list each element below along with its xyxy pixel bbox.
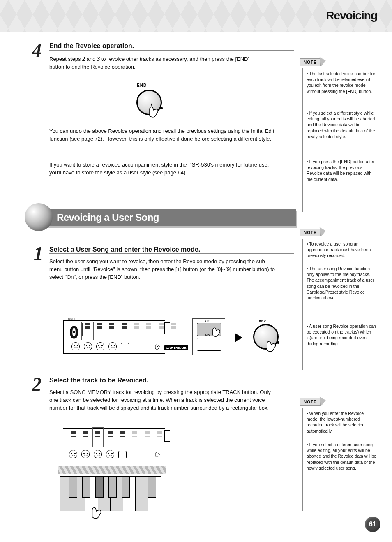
section-bar: Revoicing a User Song — [35, 209, 296, 226]
step4-title: End the Revoice operation. — [49, 42, 134, 50]
arrow-right-icon — [235, 333, 242, 342]
note3-line-2: • If you select a different user song wh… — [307, 442, 376, 471]
track-level-8 — [157, 431, 162, 437]
step4-vertical-rule — [43, 59, 43, 199]
us1-body: Select the user song you want to revoice… — [49, 258, 279, 281]
header-band: Revoicing — [0, 0, 392, 32]
lcd-selection-bracket — [92, 427, 104, 447]
face-icon — [94, 450, 102, 458]
section-title: Revoicing a User Song — [57, 212, 159, 223]
us2-body: Select a SONG MEMORY track for revoicing… — [49, 389, 279, 412]
note2-vertical-rule — [302, 239, 303, 370]
step4-after-paragraph-2: If you want to store a revoiced accompan… — [49, 161, 279, 177]
note-tag-1: NOTE — [300, 58, 328, 67]
white-key — [135, 476, 148, 511]
note-flap-icon — [320, 227, 326, 237]
note2-line-1: • To revoice a user song an appropriate … — [307, 241, 376, 259]
us1-rule — [49, 253, 294, 254]
step-number-2: 2 — [32, 373, 42, 395]
step4-body-prefix: Repeat steps — [49, 56, 82, 62]
track-level-3 — [109, 323, 114, 329]
step4-after-paragraph-1: You can undo the above Revoice operation… — [49, 127, 279, 143]
face-icon — [71, 342, 80, 350]
cartridge-badge: CARTRIDGE — [164, 345, 188, 350]
note-tab-label: NOTE — [304, 230, 317, 235]
rocker-yes-label: YES + — [205, 320, 213, 322]
face-icon — [84, 342, 92, 350]
note2-line-3: • A user song Revoice operation can be e… — [307, 323, 376, 347]
section-heading: Revoicing a User Song — [25, 205, 296, 229]
no-minus-button — [197, 338, 221, 351]
us1-title: Select a User Song and enter the Revoice… — [49, 246, 200, 253]
face-icon — [106, 450, 114, 458]
note1-vertical-rule — [302, 68, 303, 212]
lcd-track-levels — [71, 431, 162, 437]
yes-no-rocker: YES + NO – — [192, 318, 225, 355]
section-circle-ornament — [25, 203, 53, 231]
us1-vertical-rule — [43, 262, 43, 365]
page-number-badge: 61 — [365, 517, 380, 532]
us2-title: Select the track to be Revoiced. — [49, 377, 148, 384]
score-edge-icon — [164, 322, 170, 334]
note-tab-label: NOTE — [304, 60, 317, 65]
score-edge-icon — [164, 430, 170, 442]
hand-icon — [154, 342, 161, 350]
face-icon — [96, 342, 104, 350]
us2-rule — [49, 384, 294, 384]
lcd-track-levels — [85, 323, 176, 329]
track-level-6 — [132, 431, 137, 437]
end-button-illustration — [136, 90, 162, 115]
face-icon — [81, 450, 90, 458]
face-icon — [108, 342, 117, 350]
pointing-finger-icon — [264, 336, 280, 353]
note1-line-1: • The last selected voice number for eac… — [307, 71, 376, 94]
lcd-user-label: USER — [68, 317, 77, 320]
step4-rule — [49, 50, 294, 51]
black-key — [69, 476, 77, 498]
manual-page: Revoicing 4 End the Revoice operation. R… — [0, 0, 392, 542]
keyboard-ridges — [58, 466, 166, 474]
note-flap-icon — [320, 56, 326, 67]
step4-body-and: and — [85, 56, 97, 62]
us2-vertical-rule — [43, 393, 43, 512]
note-flap-icon — [320, 396, 326, 406]
step-number-4: 4 — [32, 39, 42, 61]
end-label-2: END — [259, 319, 266, 322]
track-level-7 — [159, 323, 164, 329]
lcd-icon-row — [69, 450, 127, 458]
drum-icon — [118, 451, 127, 458]
note1-line-2: • If you select a different style while … — [307, 110, 376, 139]
page-number: 61 — [369, 521, 376, 528]
note-tag-2: NOTE — [300, 229, 328, 237]
content-area: 4 End the Revoice operation. Repeat step… — [0, 32, 392, 542]
black-key — [122, 476, 130, 498]
note-tab: NOTE — [300, 398, 321, 406]
lcd-selection-bracket — [81, 322, 94, 340]
track-level-1 — [71, 431, 76, 437]
track-level-4 — [108, 431, 113, 437]
step-number-1: 1 — [34, 243, 43, 264]
black-key — [95, 476, 104, 498]
black-key — [108, 476, 117, 498]
drum-icon — [121, 343, 129, 350]
note3-vertical-rule — [302, 408, 303, 511]
hand-icon — [154, 450, 161, 457]
black-key — [148, 476, 156, 498]
note1-line-3: • If you press the [END] button after re… — [307, 159, 376, 182]
track-level-7 — [145, 431, 150, 437]
lcd-display-1: 0 CAR — [63, 320, 165, 354]
header-title: Revoicing — [326, 9, 377, 22]
track-level-5 — [134, 323, 139, 329]
track-level-2 — [97, 323, 102, 329]
step4-body: Repeat steps 2 and 3 to revoice other tr… — [49, 55, 251, 71]
pointing-finger-icon — [89, 503, 106, 520]
note-tab: NOTE — [300, 229, 321, 236]
lcd-icon-row — [71, 342, 129, 350]
track-level-8 — [171, 323, 176, 329]
lcd-big-digit: 0 — [69, 323, 79, 342]
black-key — [82, 476, 90, 498]
note-tab: NOTE — [300, 58, 321, 66]
lcd-display-2 — [63, 428, 165, 461]
track-level-6 — [146, 323, 151, 329]
note-tab-label: NOTE — [304, 400, 317, 404]
